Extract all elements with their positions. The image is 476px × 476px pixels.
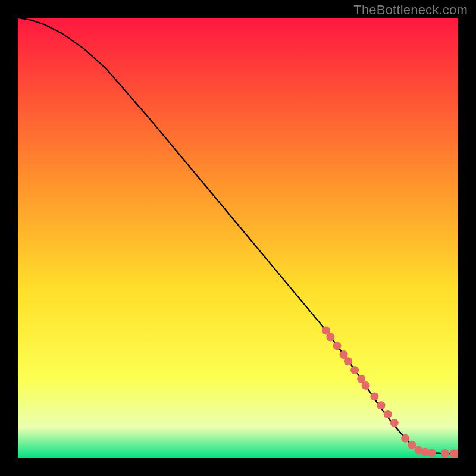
- data-marker: [333, 342, 342, 350]
- data-marker: [377, 401, 386, 409]
- data-marker: [428, 449, 436, 457]
- chart-svg: [18, 18, 458, 458]
- data-marker: [441, 449, 449, 458]
- watermark-label: TheBottleneck.com: [353, 2, 468, 18]
- data-marker: [401, 434, 409, 443]
- data-marker: [384, 410, 392, 418]
- data-marker: [408, 441, 416, 449]
- data-marker: [362, 381, 370, 390]
- data-marker: [326, 333, 334, 342]
- plot-area: [18, 18, 458, 458]
- gradient-background: [18, 18, 458, 458]
- data-marker: [350, 366, 359, 374]
- data-marker: [390, 419, 399, 427]
- data-marker: [344, 357, 352, 365]
- chart-frame: TheBottleneck.com: [0, 0, 476, 476]
- data-marker: [370, 392, 378, 400]
